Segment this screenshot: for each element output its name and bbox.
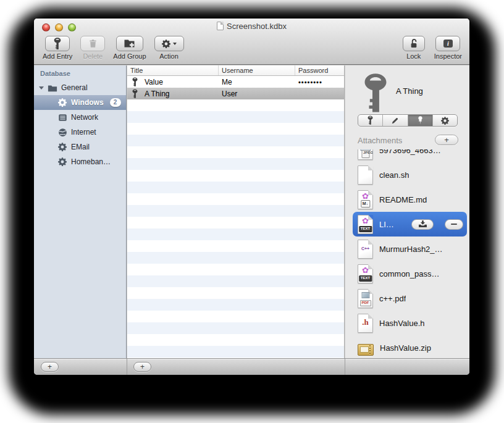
sidebar-item-network[interactable]: Network	[34, 110, 126, 125]
flower-icon: ✿	[362, 192, 369, 200]
add-group-label: Add Group	[113, 52, 146, 60]
inspector-tabs	[358, 114, 458, 127]
attachment-name: README.md	[379, 195, 427, 204]
sidebar-item-general[interactable]: General	[34, 80, 126, 95]
tab-edit[interactable]	[383, 115, 408, 126]
table-row[interactable]: A Thing User	[127, 88, 344, 99]
key-icon	[368, 115, 373, 125]
attachment-name: HashValue.zip	[380, 343, 431, 353]
window-title: Screenshot.kdbx	[227, 22, 287, 31]
entry-title: Value	[145, 78, 163, 86]
empty-rows-stripes	[127, 99, 344, 358]
sidebar-item-label: Homeban…	[71, 157, 111, 166]
add-entry-button[interactable]: Add Entry	[43, 36, 72, 60]
disclosure-triangle-icon[interactable]	[39, 86, 44, 90]
header-file-icon: .h	[358, 314, 373, 333]
attachment-row[interactable]: ✿TEXT common_pass…	[353, 261, 467, 286]
table-header: Title Username Password	[127, 65, 344, 76]
entry-username: Me	[219, 78, 295, 86]
tab-attachments[interactable]	[408, 115, 433, 126]
table-row[interactable]: Value Me ••••••••	[127, 76, 344, 88]
sidebar-item-internet[interactable]: Internet	[34, 125, 126, 140]
column-header-title[interactable]: Title	[127, 65, 219, 75]
lock-button[interactable]: Lock	[403, 36, 425, 60]
attachment-name: LI…	[379, 220, 394, 229]
sidebar: Database General Windows 2 Network	[34, 65, 127, 358]
column-header-username[interactable]: Username	[219, 65, 295, 75]
sidebar-item-label: Internet	[71, 128, 96, 136]
save-tray-icon	[418, 220, 427, 228]
entry-table: Title Username Password Value Me •••••••…	[127, 65, 345, 358]
pdf-thumbnail	[361, 292, 369, 298]
sidebar-item-windows[interactable]: Windows 2	[34, 95, 126, 110]
inspector-label: Inspector	[434, 52, 462, 60]
remove-attachment-button[interactable]	[445, 219, 463, 230]
pushpin-icon	[417, 115, 424, 125]
attachment-row[interactable]: HashValue.zip	[353, 335, 467, 358]
folder-plus-icon	[124, 39, 135, 48]
lock-open-icon	[410, 38, 418, 49]
globe-icon	[57, 128, 67, 137]
attachment-row-selected[interactable]: ✿TEXT LI…	[353, 212, 467, 237]
attachment-row[interactable]: C++ MurmurHash2_…	[353, 237, 467, 261]
server-icon	[57, 114, 67, 122]
entry-username: User	[219, 90, 295, 98]
attachment-name: MurmurHash2_…	[379, 245, 443, 254]
sidebar-item-email[interactable]: EMail	[34, 140, 126, 154]
text-file-icon: ✿TEXT	[358, 264, 373, 283]
entry-title: A Thing	[145, 90, 169, 98]
attachment-row[interactable]: .h HashValue.h	[353, 311, 467, 335]
jpeg-file-icon: JPEG	[358, 149, 373, 160]
inspector-panel: A Thing Attachments + JPEG 5973696_4663…	[345, 65, 469, 358]
folder-icon	[48, 84, 57, 92]
attachment-name: c++.pdf	[379, 294, 406, 303]
add-entry-label: Add Entry	[43, 52, 72, 60]
window-title-area: Screenshot.kdbx	[34, 19, 469, 33]
content-area: Database General Windows 2 Network	[34, 65, 469, 358]
delete-button[interactable]: Delete	[80, 36, 105, 60]
chevron-down-icon	[173, 43, 177, 45]
attachment-row[interactable]: clean.sh	[353, 162, 467, 187]
attachments-list: JPEG 5973696_4663… clean.sh ✿M↓ README.m…	[353, 149, 467, 358]
screenshot-stage: Screenshot.kdbx Add Entry Delete Add Gro…	[0, 0, 504, 423]
sidebar-item-label: General	[61, 83, 88, 92]
attachment-name: 5973696_4663…	[379, 149, 441, 155]
flower-icon: ✿	[362, 266, 369, 274]
app-window: Screenshot.kdbx Add Entry Delete Add Gro…	[34, 19, 469, 375]
save-attachment-button[interactable]	[411, 219, 434, 230]
attachment-row[interactable]: PDF c++.pdf	[353, 286, 467, 311]
inspector-button[interactable]: i Inspector	[434, 36, 462, 60]
column-header-password[interactable]: Password	[295, 65, 344, 75]
attachment-name: HashValue.h	[379, 319, 424, 328]
attachment-name: common_pass…	[379, 269, 440, 279]
sidebar-item-label: Network	[71, 113, 98, 122]
delete-label: Delete	[83, 52, 103, 60]
add-group-plus-button[interactable]: +	[41, 362, 59, 372]
attachment-row[interactable]: ✿M↓ README.md	[353, 187, 467, 212]
gear-icon	[57, 157, 67, 166]
gear-icon	[57, 143, 67, 151]
bottom-bar: + +	[34, 358, 469, 375]
key-icon	[132, 77, 138, 87]
add-group-button[interactable]: Add Group	[113, 36, 146, 60]
add-entry-plus-button[interactable]: +	[133, 362, 151, 372]
text-file-icon: ✿TEXT	[358, 215, 373, 234]
pdf-file-icon: PDF	[358, 289, 373, 308]
gear-icon	[57, 98, 67, 107]
bottom-bar-divider	[127, 359, 127, 375]
pencil-icon	[391, 117, 399, 125]
attachment-row[interactable]: JPEG 5973696_4663…	[353, 149, 467, 162]
cpp-file-icon: C++	[358, 240, 373, 259]
add-attachment-button[interactable]: +	[435, 135, 458, 145]
sidebar-item-label: EMail	[71, 143, 90, 151]
attachment-name: clean.sh	[379, 170, 409, 180]
sidebar-item-homebanking[interactable]: Homeban…	[34, 154, 126, 169]
gear-icon	[441, 117, 449, 125]
markdown-file-icon: ✿M↓	[358, 190, 373, 209]
key-icon	[132, 89, 138, 99]
action-button[interactable]: Action	[154, 36, 184, 60]
minus-icon	[451, 224, 457, 225]
sidebar-item-label: Windows	[71, 98, 104, 107]
tab-settings[interactable]	[433, 115, 457, 126]
tab-general[interactable]	[358, 115, 383, 126]
